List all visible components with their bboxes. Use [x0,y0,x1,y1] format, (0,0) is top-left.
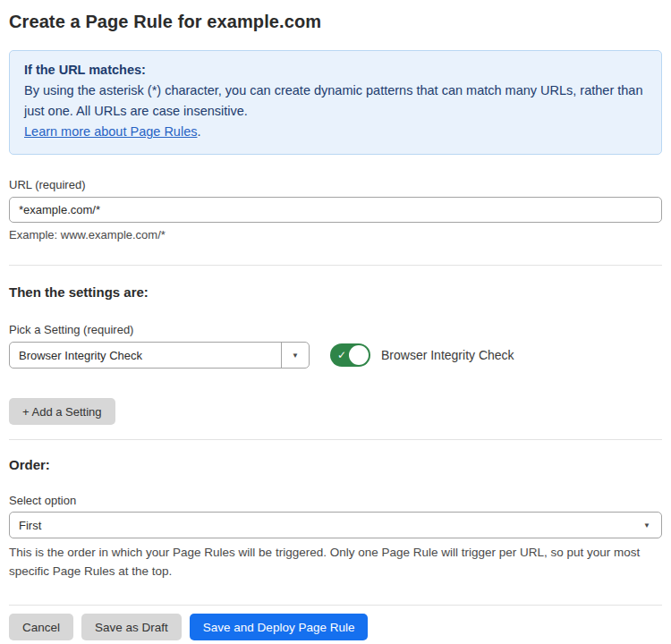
order-select-value: First [19,519,643,532]
order-section-heading: Order: [9,457,662,472]
info-box-heading: If the URL matches: [24,60,647,80]
chevron-down-icon[interactable]: ▼ [281,343,309,368]
add-setting-button[interactable]: + Add a Setting [9,398,115,425]
link-period: . [197,124,200,139]
setting-select-value: Browser Integrity Check [10,343,281,368]
order-helper-text: This is the order in which your Page Rul… [9,543,662,580]
learn-more-link[interactable]: Learn more about Page Rules [24,124,197,139]
save-deploy-button[interactable]: Save and Deploy Page Rule [190,614,369,640]
url-example-helper: Example: www.example.com/* [9,228,662,242]
info-box-body: By using the asterisk (*) character, you… [24,80,647,122]
page-title: Create a Page Rule for example.com [9,12,662,32]
setting-row: Browser Integrity Check ▼ ✓ Browser Inte… [9,342,662,369]
page-rule-form: Create a Page Rule for example.com If th… [0,12,671,640]
setting-select[interactable]: Browser Integrity Check ▼ [9,342,310,369]
url-field-label: URL (required) [9,178,662,191]
url-matches-info-box: If the URL matches: By using the asteris… [9,50,662,155]
browser-integrity-toggle[interactable]: ✓ [330,343,370,367]
footer-actions: Cancel Save as Draft Save and Deploy Pag… [9,614,662,640]
cancel-button[interactable]: Cancel [9,614,73,640]
toggle-knob [349,345,369,365]
toggle-label: Browser Integrity Check [381,348,514,362]
save-draft-button[interactable]: Save as Draft [81,614,182,640]
section-divider [9,265,662,266]
chevron-down-icon: ▼ [643,521,650,530]
footer-divider [9,605,662,606]
info-box-link-row: Learn more about Page Rules. [24,122,647,142]
section-divider [9,439,662,440]
check-icon: ✓ [337,350,346,360]
url-input[interactable] [9,197,662,223]
order-select[interactable]: First ▼ [9,512,662,538]
settings-section-heading: Then the settings are: [9,284,662,300]
order-select-label: Select option [9,494,662,507]
pick-setting-label: Pick a Setting (required) [9,323,662,336]
